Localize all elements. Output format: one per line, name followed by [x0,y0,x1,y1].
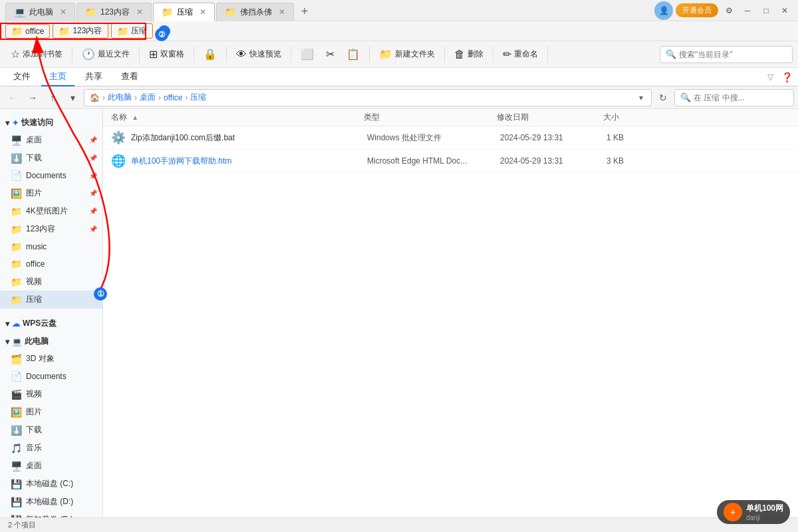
recent-files-button[interactable]: 🕐 最近文件 [76,45,135,63]
tab-zip-close[interactable]: ✕ [200,7,206,17]
title-bar: 💻 此电脑 ✕ 📁 123内容 ✕ 📁 压缩 ✕ 📁 佛挡杀佛 ✕ [0,0,798,21]
sidebar-item-disk-c[interactable]: 💾 本地磁盘 (C:) [0,475,102,493]
forward-button[interactable]: → [24,89,41,106]
address-dropdown[interactable]: ▾ [636,93,646,102]
minimize-button[interactable]: ─ [739,3,755,19]
quick-folder-zip[interactable]: 📁 压缩 [111,23,153,39]
tab-view[interactable]: 查看 [113,68,146,86]
help-icon[interactable]: ❓ [781,72,793,82]
tab-file[interactable]: 文件 [5,68,39,86]
new-tab-button[interactable]: + [295,3,314,21]
close-button[interactable]: ✕ [777,3,793,19]
nav-search-box[interactable]: 🔍 [674,89,794,106]
user-avatar[interactable]: 👤 [654,1,673,20]
search-input[interactable] [679,50,787,59]
column-date[interactable]: 修改日期 [497,112,603,123]
column-name[interactable]: 名称 ▲ [111,112,364,123]
home-icon: 🏠 [90,93,100,102]
tab-pc-close[interactable]: ✕ [60,7,66,17]
refresh-button[interactable]: ↻ [654,89,672,106]
quick-folder-123content[interactable]: 📁 123内容 [53,23,108,39]
nav-dropdown[interactable]: ▾ [64,89,81,106]
music-folder-icon: 📁 [11,241,22,252]
file-row-bat[interactable]: ⚙️ Zip添加danji100.com后缀.bat Windows 批处理文件… [103,126,798,150]
new-folder-button[interactable]: 📁 新建文件夹 [374,45,440,63]
breadcrumb-desktop[interactable]: 桌面 [140,92,156,103]
column-size[interactable]: 大小 [603,112,670,123]
quick-access-header[interactable]: ▾ ✦ 快速访问 [0,113,102,131]
nav-search-input[interactable] [694,93,793,102]
tab-zip-label: 压缩 [177,7,193,18]
up-button[interactable]: ↑ [44,89,61,106]
wps-header[interactable]: ▾ ☁ WPS云盘 [0,314,102,332]
sidebar-item-office[interactable]: 📁 office [0,255,102,273]
sidebar-item-4k[interactable]: 📁 4K壁纸图片 📌 [0,202,102,220]
sidebar-item-pictures[interactable]: 🖼️ 图片 📌 [0,184,102,202]
breadcrumb-office[interactable]: office [164,93,182,102]
tab-blocked-close[interactable]: ✕ [279,7,285,17]
rename-button[interactable]: ✏ 重命名 [497,45,543,63]
sidebar-item-documents2[interactable]: 📄 Documents [0,368,102,385]
tab-123content-close[interactable]: ✕ [136,7,143,17]
sidebar-item-desktop2[interactable]: 🖥️ 桌面 [0,457,102,475]
tab-home[interactable]: 主页 [41,68,74,86]
quick-access-expand-icon: ▾ [5,118,9,128]
maximize-button[interactable]: □ [758,3,774,19]
delete-button[interactable]: 🗑 删除 [449,46,489,63]
separator-6 [369,47,370,63]
zip-folder-icon: 📁 [11,295,22,305]
sidebar-item-music[interactable]: 📁 music [0,238,102,255]
folder-icon-123content: 📁 [59,26,70,37]
search-box[interactable]: 🔍 [660,46,793,63]
cut-button[interactable]: ✂ [321,45,340,63]
tab-zip[interactable]: 📁 压缩 ✕ [153,3,215,21]
preview-button[interactable]: 👁 快速预览 [231,46,287,63]
annotation-circle-2: ② [155,28,168,41]
add-bookmark-button[interactable]: ☆ 添加到书签 [5,45,68,63]
tab-123content[interactable]: 📁 123内容 ✕ [76,3,152,21]
wps-label: WPS云盘 [23,318,57,329]
sidebar-item-disk-d[interactable]: 💾 本地磁盘 (D:) [0,493,102,511]
bookmark-icon: ☆ [11,48,20,61]
sidebar-item-desktop[interactable]: 🖥️ 桌面 📌 [0,131,102,149]
tab-share[interactable]: 共享 [77,68,110,86]
sidebar-item-pictures2[interactable]: 🖼️ 图片 [0,403,102,421]
ribbon-collapse-icon[interactable]: ▽ [767,72,773,82]
breadcrumb-zip[interactable]: 压缩 [190,92,206,103]
pin-icon-4: 📌 [89,190,97,197]
column-type[interactable]: 类型 [364,112,497,123]
trash-icon: 🗑 [454,49,465,61]
back-button[interactable]: ← [4,89,21,106]
sidebar-item-documents[interactable]: 📄 Documents 📌 [0,167,102,184]
lock-button[interactable]: 🔒 [198,45,222,63]
breadcrumb-pc[interactable]: 此电脑 [108,92,132,103]
ribbon-expand: ▽ ❓ [767,72,793,82]
this-pc-header[interactable]: ▾ 💻 此电脑 [0,332,102,350]
tab-blocked[interactable]: 📁 佛挡杀佛 ✕ [216,3,294,21]
sidebar-item-music2[interactable]: 🎵 音乐 [0,439,102,457]
sidebar-item-videos[interactable]: 📁 视频 [0,273,102,291]
copy-button[interactable]: ⬜ [295,45,319,63]
rename-label: 重命名 [514,49,538,60]
sidebar-item-disk-e[interactable]: 💾 新加载卷 (E:) [0,511,102,517]
sidebar-item-3dobjects[interactable]: 🗂️ 3D 对象 [0,350,102,368]
file-row-htm[interactable]: 🌐 单机100手游网下载帮助.htm Microsoft Edge HTML D… [103,150,798,173]
address-bar[interactable]: 🏠 › 此电脑 › 桌面 › office › 压缩 ▾ [84,89,652,106]
tab-blocked-label: 佛挡杀佛 [240,7,272,18]
settings-icon[interactable]: ⚙ [721,3,737,19]
sidebar-item-downloads[interactable]: ⬇️ 下载 📌 [0,149,102,167]
pin-icon-1: 📌 [89,136,97,144]
tab-pc-label: 此电脑 [29,7,53,18]
wps-expand-icon: ▾ [5,319,9,329]
sidebar-item-zip[interactable]: 📁 压缩 [0,291,102,309]
file-list-area: 名称 ▲ 类型 修改日期 大小 ⚙️ Zip添加danji100.com后缀.b… [103,109,798,517]
paste-button[interactable]: 📋 [341,45,365,63]
sidebar-item-123content[interactable]: 📁 123内容 📌 [0,220,102,238]
quick-folder-office[interactable]: 📁 office [5,24,50,39]
vip-button[interactable]: 开通会员 [676,3,718,17]
sidebar-item-videos2[interactable]: 🎬 视频 [0,385,102,403]
sidebar-item-downloads2[interactable]: ⬇️ 下载 [0,421,102,439]
dual-pane-button[interactable]: ⊞ 双窗格 [144,45,190,63]
tab-pc[interactable]: 💻 此电脑 ✕ [5,3,75,21]
watermark: + 单机100网 danji [717,500,790,524]
